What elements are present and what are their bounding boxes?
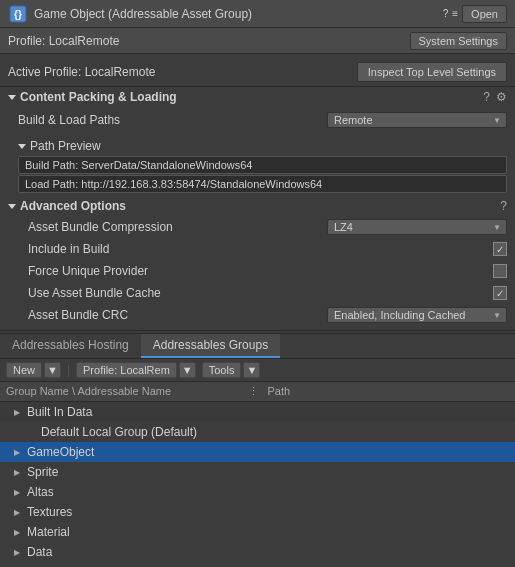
- include-in-build-label: Include in Build: [8, 242, 109, 256]
- col-group-name: Group Name \ Addressable Name: [6, 385, 248, 398]
- compression-dropdown[interactable]: LZ4 LZ4HC Uncompressed: [327, 219, 507, 235]
- section-icons: ? ⚙: [483, 90, 507, 104]
- tools-button[interactable]: Tools: [202, 362, 242, 378]
- tree-item[interactable]: ▶Data: [0, 542, 515, 562]
- include-in-build-row: Include in Build: [8, 238, 507, 260]
- advanced-title-text: Advanced Options: [20, 199, 126, 213]
- use-asset-bundle-cache-row: Use Asset Bundle Cache: [8, 282, 507, 304]
- asset-bundle-compression-row: Asset Bundle Compression LZ4 LZ4HC Uncom…: [8, 216, 507, 238]
- separator-1: |: [67, 363, 70, 377]
- crc-dropdown[interactable]: Enabled, Including Cached Disabled Enabl…: [327, 307, 507, 323]
- col-icon: ⋮: [248, 385, 268, 398]
- system-settings-button[interactable]: System Settings: [410, 32, 507, 50]
- tree-item[interactable]: ▶Built In Data: [0, 402, 515, 422]
- tools-dropdown-arrow[interactable]: ▼: [243, 362, 260, 378]
- tree-item-label: Material: [27, 525, 70, 539]
- tree-arrow-icon: ▶: [14, 488, 24, 497]
- settings-icon-section[interactable]: ⚙: [496, 90, 507, 104]
- title-bar-left: {} Game Object (Addressable Asset Group): [8, 4, 252, 24]
- path-preview-triangle[interactable]: [18, 144, 26, 149]
- window-title: Game Object (Addressable Asset Group): [34, 7, 252, 21]
- tree-arrow-icon: ▶: [14, 508, 24, 517]
- force-unique-provider-row: Force Unique Provider: [8, 260, 507, 282]
- tree-item-label: GameObject: [27, 445, 94, 459]
- section-title-text: Content Packing & Loading: [20, 90, 177, 104]
- help-icon[interactable]: ?: [443, 8, 449, 19]
- tree-item-label: Built In Data: [27, 405, 92, 419]
- divider-2: [0, 330, 515, 331]
- title-bar: {} Game Object (Addressable Asset Group)…: [0, 0, 515, 28]
- use-asset-bundle-cache-label: Use Asset Bundle Cache: [8, 286, 161, 300]
- path-preview-section: Path Preview Build Path: ServerData/Stan…: [0, 135, 515, 196]
- tree-item-label: Default Local Group (Default): [41, 425, 197, 439]
- tree-item-label: Altas: [27, 485, 54, 499]
- tree-arrow-icon: ▶: [14, 408, 24, 417]
- asset-bundle-crc-label: Asset Bundle CRC: [8, 308, 128, 322]
- tree-section: ▶Built In DataDefault Local Group (Defau…: [0, 402, 515, 567]
- force-unique-provider-label: Force Unique Provider: [8, 264, 148, 278]
- advanced-title: Advanced Options: [8, 199, 126, 213]
- new-dropdown-arrow[interactable]: ▼: [44, 362, 61, 378]
- tree-item[interactable]: ▶Sprite: [0, 462, 515, 482]
- advanced-header: Advanced Options ?: [8, 196, 507, 216]
- build-load-paths-dropdown-wrapper: Remote Local Custom: [327, 112, 507, 128]
- tree-item[interactable]: ▶GameObject: [0, 442, 515, 462]
- new-button[interactable]: New: [6, 362, 42, 378]
- help-icon-section[interactable]: ?: [483, 90, 490, 104]
- tree-item[interactable]: ▶Lua: [0, 562, 515, 567]
- title-bar-right: ? ≡ Open: [443, 5, 507, 23]
- section-title: Content Packing & Loading: [8, 90, 177, 104]
- include-in-build-checkbox[interactable]: [493, 242, 507, 256]
- tree-item-label: Textures: [27, 505, 72, 519]
- tree-item[interactable]: Default Local Group (Default): [0, 422, 515, 442]
- svg-text:{}: {}: [14, 9, 22, 20]
- profile-label: Profile: LocalRemote: [8, 34, 119, 48]
- force-unique-provider-checkbox[interactable]: [493, 264, 507, 278]
- path-preview-header: Path Preview: [18, 137, 507, 155]
- advanced-triangle[interactable]: [8, 204, 16, 209]
- new-btn-group: New ▼: [6, 362, 61, 378]
- advanced-help-icon[interactable]: ?: [500, 199, 507, 213]
- addressable-icon: {}: [8, 4, 28, 24]
- build-load-paths-label: Build & Load Paths: [8, 113, 120, 127]
- path-preview-title: Path Preview: [30, 139, 101, 153]
- build-path-row: Build Path: ServerData/StandaloneWindows…: [18, 156, 507, 174]
- active-profile-row: Active Profile: LocalRemote Inspect Top …: [0, 58, 515, 86]
- profile-button[interactable]: Profile: LocalRem: [76, 362, 177, 378]
- tree-item-label: Sprite: [27, 465, 58, 479]
- tree-item[interactable]: ▶Altas: [0, 482, 515, 502]
- tree-arrow-icon: ▶: [14, 528, 24, 537]
- build-load-paths-section: Build & Load Paths Remote Local Custom: [0, 107, 515, 135]
- tools-btn-group: Tools ▼: [202, 362, 261, 378]
- toolbar: Profile: LocalRemote System Settings: [0, 28, 515, 54]
- compression-dropdown-wrapper: LZ4 LZ4HC Uncompressed: [327, 219, 507, 235]
- tree-arrow-icon: ▶: [14, 448, 24, 457]
- advanced-section: Advanced Options ? Asset Bundle Compress…: [0, 196, 515, 326]
- active-profile-label: Active Profile: LocalRemote: [8, 65, 155, 79]
- tree-item[interactable]: ▶Material: [0, 522, 515, 542]
- open-button[interactable]: Open: [462, 5, 507, 23]
- tab-groups[interactable]: Addressables Groups: [141, 334, 280, 358]
- tree-arrow-icon: ▶: [14, 468, 24, 477]
- inspect-top-level-button[interactable]: Inspect Top Level Settings: [357, 62, 507, 82]
- crc-dropdown-wrapper: Enabled, Including Cached Disabled Enabl…: [327, 307, 507, 323]
- load-path-row: Load Path: http://192.168.3.83:58474/Sta…: [18, 175, 507, 193]
- profile-btn-group: Profile: LocalRem ▼: [76, 362, 196, 378]
- tab-hosting[interactable]: Addressables Hosting: [0, 334, 141, 358]
- tree-item[interactable]: ▶Textures: [0, 502, 515, 522]
- tabs-bar: Addressables Hosting Addressables Groups: [0, 333, 515, 359]
- asset-bundle-crc-row: Asset Bundle CRC Enabled, Including Cach…: [8, 304, 507, 326]
- use-asset-bundle-cache-checkbox[interactable]: [493, 286, 507, 300]
- build-load-paths-dropdown[interactable]: Remote Local Custom: [327, 112, 507, 128]
- profile-dropdown-arrow[interactable]: ▼: [179, 362, 196, 378]
- tree-item-label: Data: [27, 545, 52, 559]
- asset-bundle-compression-label: Asset Bundle Compression: [8, 220, 173, 234]
- content-packing-header: Content Packing & Loading ? ⚙: [0, 87, 515, 107]
- main-content: Active Profile: LocalRemote Inspect Top …: [0, 54, 515, 330]
- col-path: Path: [268, 385, 510, 398]
- build-load-paths-row: Build & Load Paths Remote Local Custom: [8, 109, 507, 131]
- table-header: Group Name \ Addressable Name ⋮ Path: [0, 382, 515, 402]
- menu-icon[interactable]: ≡: [452, 8, 458, 19]
- tree-arrow-icon: ▶: [14, 548, 24, 557]
- collapse-triangle[interactable]: [8, 95, 16, 100]
